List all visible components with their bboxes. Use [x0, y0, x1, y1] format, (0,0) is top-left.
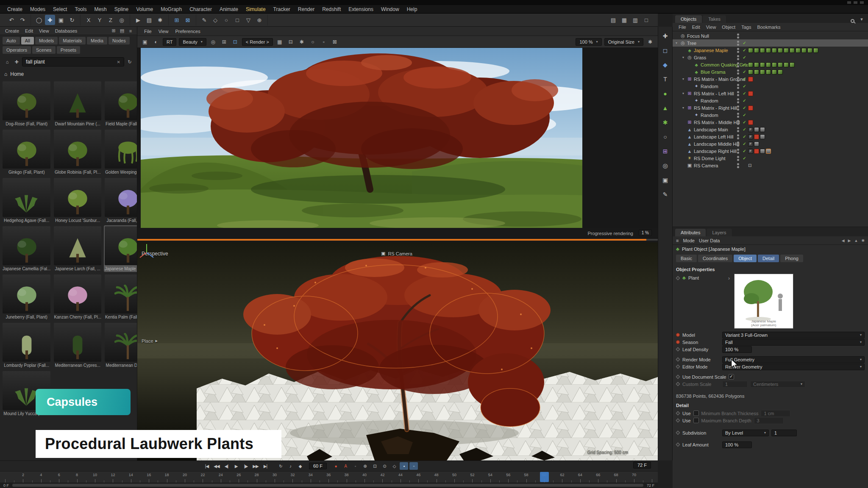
- generator-green-icon[interactable]: ✱: [660, 117, 670, 128]
- object-row[interactable]: ▾▲Landscape Right Hill✓F: [673, 147, 868, 155]
- redshift-tag[interactable]: [748, 77, 753, 82]
- primitive-icon[interactable]: ○: [221, 15, 231, 25]
- enabled-check-icon[interactable]: ✓: [742, 134, 747, 139]
- texture-tag[interactable]: [760, 127, 765, 132]
- render-nav-dropdown[interactable]: < Render >: [242, 38, 273, 46]
- browser-menu-databases[interactable]: Databases: [53, 28, 80, 33]
- asset-item[interactable]: Hedgehog Agave (Fall...: [2, 177, 51, 224]
- layout-2-icon[interactable]: ▦: [619, 15, 629, 25]
- filter-materials[interactable]: Materials: [59, 37, 86, 44]
- material-tag[interactable]: [778, 48, 783, 53]
- asset-item[interactable]: Mediterranean Dwarf ...: [104, 322, 137, 369]
- redshift-tag[interactable]: [748, 105, 753, 111]
- save-image-icon[interactable]: ▣: [141, 38, 149, 46]
- value-field[interactable]: 1 cm: [761, 410, 790, 417]
- asset-item[interactable]: Ginkgo (Fall, Plant): [2, 129, 51, 175]
- goto-end-button[interactable]: ▶|: [261, 462, 270, 470]
- value-field[interactable]: 1: [722, 381, 748, 388]
- visibility-dots[interactable]: [737, 149, 739, 154]
- close-icon[interactable]: [860, 1, 864, 4]
- asset-item[interactable]: Honey Locust 'Sunbur...: [53, 177, 102, 224]
- object-row[interactable]: ▾◎Grass✓: [673, 54, 868, 61]
- material-tag[interactable]: [772, 69, 777, 75]
- object-row[interactable]: ▾⊞RS Matrix - Right Hill✓: [673, 104, 868, 111]
- material-tag[interactable]: [807, 48, 812, 53]
- attr-tab-basic[interactable]: Basic: [676, 255, 697, 262]
- view-grid-icon[interactable]: ⊞: [110, 27, 117, 35]
- text-object-icon[interactable]: T: [660, 74, 670, 84]
- timeline-scrubber[interactable]: [540, 472, 549, 482]
- next-frame-button[interactable]: |▶: [242, 462, 250, 470]
- enabled-check-icon[interactable]: ✓: [742, 91, 747, 96]
- minimize-icon[interactable]: [847, 1, 851, 4]
- coordinate-system-icon[interactable]: ◎: [117, 15, 127, 25]
- material-tag[interactable]: [772, 48, 777, 53]
- enabled-check-icon[interactable]: ✓: [742, 84, 747, 89]
- parent-object-icon[interactable]: ▲: [854, 238, 858, 243]
- enabled-check-icon[interactable]: ✓: [742, 156, 747, 161]
- filter-operators[interactable]: Operators: [3, 46, 31, 54]
- menu-help[interactable]: Help: [403, 6, 421, 13]
- generator-icon[interactable]: □: [232, 15, 242, 25]
- filter-presets[interactable]: Presets: [57, 46, 80, 54]
- cone-object-icon[interactable]: ▲: [660, 103, 670, 113]
- rv-menu-preferences[interactable]: Preferences: [172, 29, 203, 34]
- y-axis-lock-icon[interactable]: Y: [95, 15, 105, 25]
- keyframe-selection-button[interactable]: ◦: [351, 462, 359, 470]
- range-slider[interactable]: [12, 484, 643, 487]
- enabled-check-icon[interactable]: ✓: [742, 62, 747, 67]
- visibility-dots[interactable]: [737, 91, 739, 96]
- lock-icon[interactable]: ✱: [861, 238, 865, 243]
- enabled-check-icon[interactable]: ✓: [742, 127, 747, 132]
- dropdown-field[interactable]: By Level▾: [722, 430, 769, 436]
- enabled-check-icon[interactable]: ✓: [742, 105, 747, 110]
- clone-icon[interactable]: ⊠: [331, 38, 339, 46]
- render-view-icon[interactable]: ▶: [133, 15, 143, 25]
- asset-item[interactable]: Field Maple (Fall, Plant): [104, 80, 137, 127]
- panel-menu-icon[interactable]: ≡: [127, 27, 134, 35]
- filter-auto[interactable]: Auto: [3, 37, 20, 44]
- material-tag[interactable]: [766, 69, 771, 75]
- texture-tag[interactable]: [760, 149, 765, 154]
- scale-tool-icon[interactable]: ▣: [56, 15, 66, 25]
- z-axis-lock-icon[interactable]: Z: [106, 15, 116, 25]
- animation-diamond[interactable]: [676, 382, 680, 386]
- next-key-button[interactable]: ▶▶: [251, 462, 260, 470]
- aov-icon[interactable]: ◎: [209, 38, 217, 46]
- checkbox[interactable]: [729, 374, 734, 380]
- animation-diamond[interactable]: [676, 347, 680, 352]
- redshift-tag[interactable]: [748, 120, 753, 125]
- rv-menu-file[interactable]: File: [142, 29, 154, 34]
- visibility-dots[interactable]: [737, 33, 739, 39]
- filter-all[interactable]: All: [21, 37, 34, 44]
- enabled-check-icon[interactable]: ✓: [742, 77, 747, 81]
- search-input[interactable]: fall plant ✕: [22, 57, 124, 67]
- texture-tag[interactable]: [754, 127, 759, 132]
- animation-diamond[interactable]: [676, 375, 680, 379]
- redo-icon[interactable]: ↷: [17, 15, 28, 25]
- spline-icon[interactable]: ◇: [210, 15, 220, 25]
- asset-item[interactable]: Kanzan Cherry (Fall, Pl...: [53, 274, 102, 320]
- material-tag[interactable]: [754, 62, 759, 67]
- visibility-dots[interactable]: [737, 55, 739, 60]
- om-menu-object[interactable]: Object: [719, 25, 738, 30]
- object-row[interactable]: ▾⊞RS Matrix - Middle Hill✓: [673, 119, 868, 126]
- visibility-dots[interactable]: [737, 163, 739, 168]
- animation-diamond[interactable]: [676, 358, 680, 362]
- value-field[interactable]: 100 %: [722, 346, 752, 353]
- record-pla-button[interactable]: ▪: [400, 462, 408, 470]
- goto-start-button[interactable]: |◀: [203, 462, 211, 470]
- object-row[interactable]: ▾✦Random✓: [673, 83, 868, 90]
- keyframe-dot[interactable]: [676, 333, 680, 337]
- sound-toggle-button[interactable]: ♪: [286, 462, 295, 470]
- deformer-icon[interactable]: ▽: [243, 15, 253, 25]
- visibility-dots[interactable]: [737, 69, 739, 75]
- field-tag[interactable]: F: [748, 127, 753, 132]
- object-row[interactable]: ▾♣Blue Grama✓: [673, 68, 868, 75]
- menu-character[interactable]: Character: [186, 6, 216, 13]
- visibility-dots[interactable]: [737, 84, 739, 89]
- asset-item[interactable]: Dwarf Mountain Pine (...: [53, 80, 102, 127]
- plant-preview-thumbnail[interactable]: Japanese Maple (Acer palmatum): [734, 274, 793, 329]
- place-tool-label[interactable]: Place ▸: [142, 338, 158, 344]
- asset-item[interactable]: Japanese Camellia (Fal...: [2, 225, 51, 272]
